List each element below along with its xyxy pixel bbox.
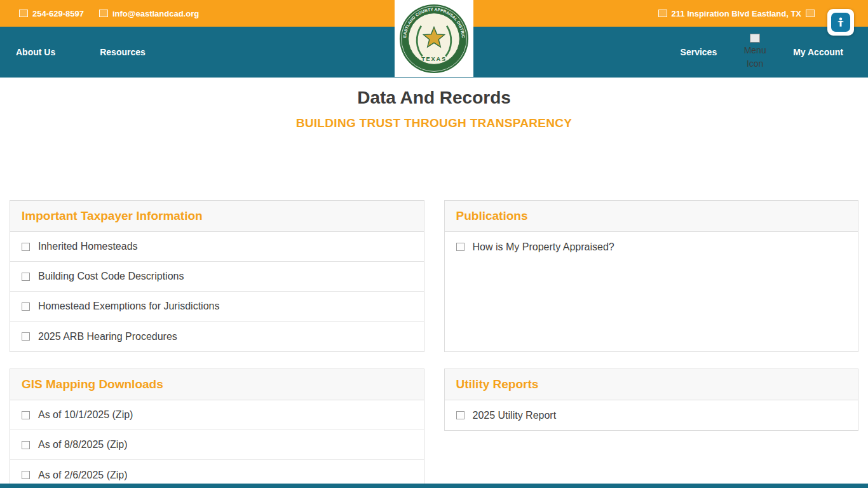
nav-resources[interactable]: Resources: [100, 47, 146, 57]
list-item[interactable]: 2025 Utility Report: [445, 400, 858, 430]
card-list: How is My Property Appraised?: [445, 232, 858, 262]
map-pin-icon: [806, 10, 815, 17]
page: 254-629-8597 info@eastlandcad.org 211 In…: [0, 0, 868, 488]
main-content: Data And Records BUILDING TRUST THROUGH …: [0, 78, 868, 488]
list-item[interactable]: Homestead Exemptions for Jurisdictions: [10, 292, 424, 322]
list-item-link[interactable]: 2025 ARB Hearing Procedures: [38, 331, 177, 342]
card-header: Utility Reports: [445, 369, 858, 400]
phone-icon: [19, 10, 28, 17]
document-icon: [22, 273, 30, 281]
menu-icon[interactable]: Menu Icon: [738, 34, 771, 71]
card-list: As of 10/1/2025 (Zip) As of 8/8/2025 (Zi…: [10, 400, 424, 488]
location-icon: [658, 10, 667, 17]
address-text: 211 Inspiration Blvd Eastland, TX: [672, 9, 801, 18]
list-item[interactable]: Inherited Homesteads: [10, 232, 424, 262]
email-link[interactable]: info@eastlandcad.org: [99, 9, 199, 18]
topbar-left: 254-629-8597 info@eastlandcad.org: [19, 9, 199, 18]
card-title: Important Taxpayer Information: [22, 209, 412, 223]
list-item-link[interactable]: 2025 Utility Report: [473, 410, 557, 421]
card-publications: Publications How is My Property Appraise…: [444, 200, 859, 352]
document-icon: [456, 411, 465, 419]
document-icon: [22, 332, 30, 341]
logo-home-link[interactable]: EASTLAND COUNTY APPRAISAL DISTRICT TEXAS: [395, 0, 473, 77]
nav-left: About Us Resources: [16, 47, 146, 57]
list-item-link[interactable]: How is My Property Appraised?: [473, 241, 614, 253]
seal-state-text: TEXAS: [421, 55, 447, 62]
menu-icon-alt-text: Menu Icon: [738, 44, 771, 71]
list-item[interactable]: Building Cost Code Descriptions: [10, 262, 424, 292]
card-header: GIS Mapping Downloads: [10, 369, 424, 400]
card-important-taxpayer-information: Important Taxpayer Information Inherited…: [10, 200, 424, 352]
topbar-right: 211 Inspiration Blvd Eastland, TX: [658, 9, 815, 18]
list-item[interactable]: As of 8/8/2025 (Zip): [10, 430, 424, 460]
footer-bar: [0, 484, 868, 488]
list-item-link[interactable]: As of 8/8/2025 (Zip): [38, 439, 128, 451]
list-item[interactable]: As of 10/1/2025 (Zip): [10, 400, 424, 430]
list-item[interactable]: 2025 ARB Hearing Procedures: [10, 322, 424, 351]
phone-link[interactable]: 254-629-8597: [19, 9, 84, 18]
nav-right: Services Menu Icon My Account: [681, 34, 843, 71]
email-icon: [99, 10, 108, 17]
document-icon: [22, 441, 30, 449]
list-item-link[interactable]: Inherited Homesteads: [38, 241, 138, 252]
page-title: Data And Records: [0, 88, 868, 108]
list-item-link[interactable]: Building Cost Code Descriptions: [38, 271, 184, 282]
list-item-link[interactable]: Homestead Exemptions for Jurisdictions: [38, 301, 219, 312]
accessibility-widget-button[interactable]: [827, 9, 854, 36]
card-title: Publications: [456, 209, 847, 223]
phone-text: 254-629-8597: [32, 9, 84, 18]
card-gis-mapping-downloads: GIS Mapping Downloads As of 10/1/2025 (Z…: [10, 369, 424, 488]
document-icon: [22, 411, 30, 419]
email-text: info@eastlandcad.org: [112, 9, 199, 18]
list-item[interactable]: How is My Property Appraised?: [445, 232, 858, 262]
document-icon: [22, 243, 30, 251]
broken-image-icon: [750, 34, 760, 43]
card-header: Important Taxpayer Information: [10, 201, 424, 232]
card-title: GIS Mapping Downloads: [22, 377, 412, 391]
nav-about-us[interactable]: About Us: [16, 47, 55, 57]
document-icon: [22, 471, 30, 479]
card-list: 2025 Utility Report: [445, 400, 858, 430]
page-subtitle: BUILDING TRUST THROUGH TRANSPARENCY: [0, 116, 868, 130]
card-list: Inherited Homesteads Building Cost Code …: [10, 232, 424, 351]
document-icon: [22, 302, 30, 311]
list-item-link[interactable]: As of 10/1/2025 (Zip): [38, 409, 133, 421]
accessibility-icon: [831, 13, 850, 32]
nav-services[interactable]: Services: [681, 47, 717, 57]
nav-my-account[interactable]: My Account: [793, 47, 843, 57]
card-header: Publications: [445, 201, 858, 232]
district-seal-logo: EASTLAND COUNTY APPRAISAL DISTRICT TEXAS: [399, 4, 469, 74]
cards-grid: Important Taxpayer Information Inherited…: [10, 200, 858, 488]
card-title: Utility Reports: [456, 377, 847, 391]
document-icon: [456, 243, 465, 251]
card-utility-reports: Utility Reports 2025 Utility Report: [444, 369, 859, 431]
list-item-link[interactable]: As of 2/6/2025 (Zip): [38, 470, 128, 481]
